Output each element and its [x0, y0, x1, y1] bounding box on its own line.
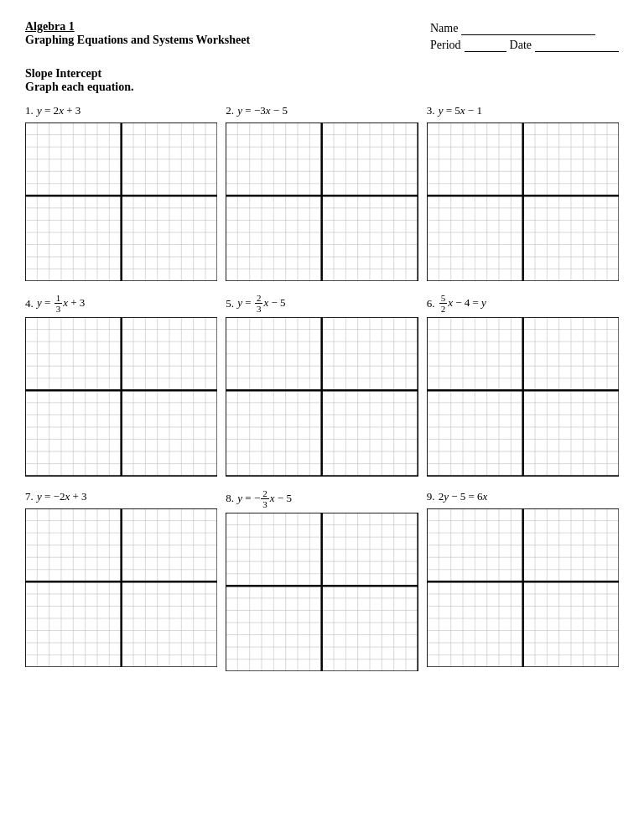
problem-number: 1. — [25, 104, 36, 117]
problem-number: 9. — [427, 490, 438, 503]
problem-label-5: 5. y = 23x − 5 — [226, 293, 418, 314]
problem-number: 3. — [427, 104, 438, 117]
name-field — [461, 22, 595, 35]
name-label: Name — [430, 22, 458, 35]
section-heading2: Graph each equation. — [25, 81, 619, 94]
graph-6 — [427, 317, 619, 476]
problem-label-4: 4. y = 13x + 3 — [25, 293, 217, 314]
problem-7: 7. y = −2x + 3 — [25, 488, 217, 671]
graph-2 — [226, 122, 418, 281]
problem-2: 2. y = −3x − 5 — [226, 102, 418, 281]
problem-6: 6. 52x − 4 = y — [427, 293, 619, 476]
problem-label-2: 2. y = −3x − 5 — [226, 102, 418, 119]
problem-label-7: 7. y = −2x + 3 — [25, 488, 217, 505]
period-label: Period — [430, 39, 461, 52]
problem-label-6: 6. 52x − 4 = y — [427, 293, 619, 314]
problem-number: 8. — [226, 492, 236, 505]
header-left: Algebra 1 Graphing Equations and Systems… — [25, 20, 250, 52]
problem-number: 6. — [427, 297, 438, 310]
graph-4 — [25, 317, 217, 476]
problem-1: 1. y = 2x + 3 — [25, 102, 217, 281]
date-field — [535, 39, 619, 52]
problem-label-9: 9. 2y − 5 = 6x — [427, 488, 619, 505]
graph-1 — [25, 122, 217, 281]
graph-5 — [226, 317, 418, 476]
problem-label-3: 3. y = 5x − 1 — [427, 102, 619, 119]
period-date-line: Period Date — [430, 39, 619, 52]
name-line: Name — [430, 22, 595, 35]
page-header: Algebra 1 Graphing Equations and Systems… — [25, 20, 619, 52]
header-right: Name Period Date — [430, 20, 619, 52]
page-subtitle: Graphing Equations and Systems Worksheet — [25, 34, 250, 47]
problem-number: 4. — [25, 297, 36, 310]
section-header: Slope Intercept Graph each equation. — [25, 67, 619, 94]
problem-number: 2. — [226, 104, 236, 117]
problem-4: 4. y = 13x + 3 — [25, 293, 217, 476]
problem-label-8: 8. y = −23x − 5 — [226, 488, 418, 509]
graph-7 — [25, 508, 217, 667]
page-title: Algebra 1 — [25, 20, 250, 34]
problem-8: 8. y = −23x − 5 — [226, 488, 418, 671]
graph-8 — [226, 513, 418, 671]
problem-number: 5. — [226, 297, 236, 310]
section-heading1: Slope Intercept — [25, 67, 619, 81]
problems-grid: 1. y = 2x + 32. y = −3x − 53. y = 5x − 1… — [25, 102, 619, 671]
problem-3: 3. y = 5x − 1 — [427, 102, 619, 281]
period-field — [465, 39, 506, 52]
problem-5: 5. y = 23x − 5 — [226, 293, 418, 476]
graph-9 — [427, 508, 619, 667]
graph-3 — [427, 122, 619, 281]
problem-9: 9. 2y − 5 = 6x — [427, 488, 619, 671]
date-label: Date — [510, 39, 532, 52]
problem-label-1: 1. y = 2x + 3 — [25, 102, 217, 119]
problem-number: 7. — [25, 490, 36, 503]
